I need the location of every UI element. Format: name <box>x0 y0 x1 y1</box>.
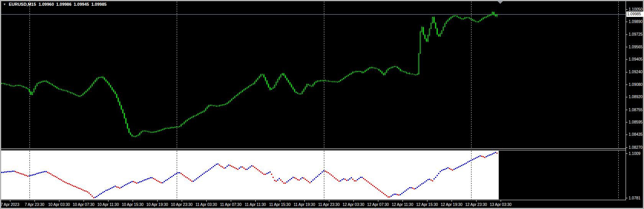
svg-text:10 Apr 03:30: 10 Apr 03:30 <box>48 202 70 207</box>
svg-text:11 Apr 15:30: 11 Apr 15:30 <box>269 202 291 207</box>
svg-text:11 Apr 19:30: 11 Apr 19:30 <box>294 202 315 207</box>
svg-text:11 Apr 03:30: 11 Apr 03:30 <box>196 202 217 207</box>
svg-text:10 Apr 19:30: 10 Apr 19:30 <box>146 202 168 207</box>
svg-text:1.08435: 1.08435 <box>629 132 643 137</box>
svg-text:1.09565: 1.09565 <box>629 45 643 49</box>
ohlc-close: 1.09985 <box>91 2 107 7</box>
chart-canvas[interactable]: 1.100501.098901.097251.095651.094051.092… <box>0 0 644 209</box>
svg-text:11 Apr 07:30: 11 Apr 07:30 <box>220 202 242 207</box>
ohlc-readout: 1.09960 1.09986 1.09945 1.09985 <box>39 2 107 7</box>
chart-header: ▼ EURUSD,M15 1.09960 1.09986 1.09945 1.0… <box>3 2 107 7</box>
svg-text:12 Apr 11:30: 12 Apr 11:30 <box>392 202 413 207</box>
svg-text:10 Apr 15:30: 10 Apr 15:30 <box>122 202 144 207</box>
chart-window: 1.100501.098901.097251.095651.094051.092… <box>0 0 644 209</box>
ohlc-high: 1.09986 <box>56 2 72 7</box>
indicator-panel <box>1 151 499 199</box>
svg-text:12 Apr 19:30: 12 Apr 19:30 <box>441 202 463 207</box>
svg-text:1.08270: 1.08270 <box>629 145 643 150</box>
svg-text:1.08755: 1.08755 <box>629 108 643 112</box>
current-price-tag: 1.09985 <box>626 12 644 17</box>
svg-text:12 Apr 07:30: 12 Apr 07:30 <box>367 202 389 207</box>
symbol-period-label: EURUSD,M15 <box>9 2 36 7</box>
svg-text:12 Apr 23:30: 12 Apr 23:30 <box>465 202 487 207</box>
svg-text:1.0781: 1.0781 <box>629 196 641 200</box>
svg-text:1.10050: 1.10050 <box>629 7 643 12</box>
svg-text:10 Apr 23:30: 10 Apr 23:30 <box>171 202 193 207</box>
svg-text:7 Apr 23:30: 7 Apr 23:30 <box>25 202 44 207</box>
svg-text:10 Apr 07:30: 10 Apr 07:30 <box>73 202 95 207</box>
svg-text:1.08920: 1.08920 <box>629 95 643 99</box>
svg-text:1.09890: 1.09890 <box>629 20 643 24</box>
svg-text:11 Apr 23:30: 11 Apr 23:30 <box>318 202 340 207</box>
svg-text:1.1009: 1.1009 <box>629 151 641 156</box>
svg-text:12 Apr 03:30: 12 Apr 03:30 <box>343 202 365 207</box>
ohlc-open: 1.09960 <box>39 2 54 7</box>
svg-text:1.09405: 1.09405 <box>629 57 643 61</box>
svg-text:12 Apr 15:30: 12 Apr 15:30 <box>416 202 438 207</box>
svg-text:13 Apr 03:30: 13 Apr 03:30 <box>490 202 512 207</box>
svg-text:7 Apr 2023: 7 Apr 2023 <box>1 202 20 207</box>
svg-text:1.09240: 1.09240 <box>629 70 643 74</box>
svg-text:1.09080: 1.09080 <box>629 82 643 87</box>
symbol-dropdown-icon: ▼ <box>3 2 6 7</box>
svg-text:10 Apr 11:30: 10 Apr 11:30 <box>97 202 119 207</box>
svg-text:1.08595: 1.08595 <box>629 120 643 124</box>
svg-text:11 Apr 11:30: 11 Apr 11:30 <box>245 202 266 207</box>
ohlc-low: 1.09945 <box>74 2 89 7</box>
svg-text:1.09725: 1.09725 <box>629 32 643 36</box>
